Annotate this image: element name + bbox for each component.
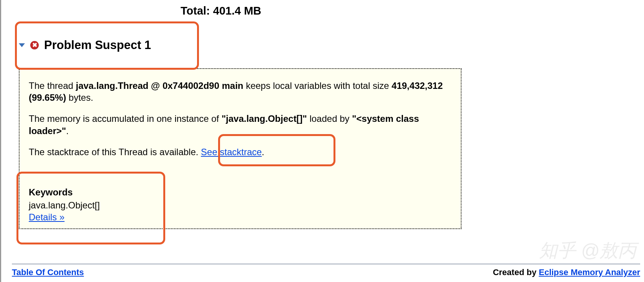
created-by-label: Created by Eclipse Memory Analyzer (493, 267, 640, 277)
keywords-block: Keywords java.lang.Object[] Details » (29, 186, 100, 223)
chevron-down-icon (19, 43, 25, 47)
keywords-heading: Keywords (29, 186, 100, 198)
suspect-title: Problem Suspect 1 (44, 38, 151, 52)
table-of-contents-link[interactable]: Table Of Contents (12, 267, 84, 277)
see-stacktrace-link[interactable]: See stacktrace (201, 147, 262, 157)
suspect-paragraph-2: The memory is accumulated in one instanc… (29, 113, 452, 136)
eclipse-memory-analyzer-link[interactable]: Eclipse Memory Analyzer (539, 267, 640, 277)
text: The stacktrace of this Thread is availab… (29, 147, 201, 157)
error-icon: ✖ (30, 41, 39, 49)
text: . (262, 147, 264, 157)
text: The memory is accumulated in one instanc… (29, 113, 222, 124)
text: loaded by (307, 113, 352, 124)
details-link[interactable]: Details » (29, 212, 64, 222)
footer: Table Of Contents Created by Eclipse Mem… (12, 264, 640, 277)
instance-class: "java.lang.Object[]" (222, 113, 307, 124)
keywords-value: java.lang.Object[] (29, 199, 100, 211)
problem-suspect-header[interactable]: ✖ Problem Suspect 1 (19, 38, 151, 52)
total-label: Total: 401.4 MB (181, 5, 261, 17)
text: . (66, 126, 69, 136)
text: keeps local variables with total size (243, 80, 392, 91)
suspect-paragraph-3: The stacktrace of this Thread is availab… (29, 146, 452, 158)
text: The thread (29, 80, 76, 91)
text: Created by (493, 267, 539, 277)
watermark: 知乎 @敖丙 (539, 238, 636, 263)
thread-identifier: java.lang.Thread @ 0x744002d90 main (76, 80, 243, 91)
text: bytes. (66, 92, 93, 103)
suspect-description-box: The thread java.lang.Thread @ 0x744002d9… (19, 68, 462, 229)
suspect-paragraph-1: The thread java.lang.Thread @ 0x744002d9… (29, 80, 452, 103)
